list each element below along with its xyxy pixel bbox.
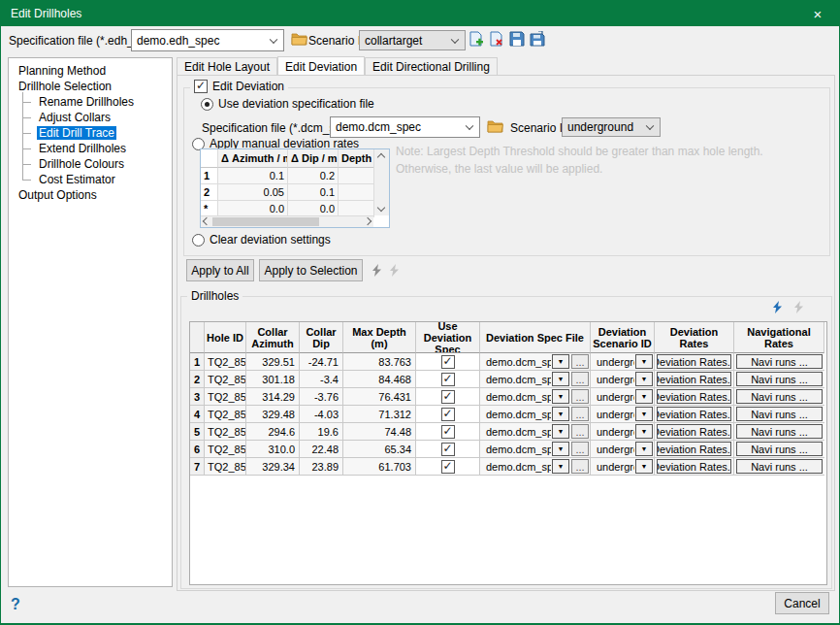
sidebar-item-edit-drill-trace[interactable]: Edit Drill Trace [9,125,172,141]
manual-table-row[interactable]: 10.10.2 [201,168,389,184]
spec-file-browse-button[interactable]: ... [571,459,589,474]
edit-deviation-checkbox[interactable]: ✓ [194,80,208,93]
cancel-button[interactable]: Cancel [775,592,829,614]
scenario-dropdown-button[interactable]: ▼ [635,389,653,404]
revert-flash-icon[interactable] [792,301,804,313]
tab-edit-deviation[interactable]: Edit Deviation [277,56,365,75]
apply-flash-icon[interactable] [371,264,382,277]
spec-file-combobox[interactable]: demo.edh_spec [131,29,284,51]
scenario-dropdown-button[interactable]: ▼ [635,424,653,439]
max-depth-cell[interactable]: 83.763 [343,353,416,371]
collar-dip-cell[interactable]: -3.76 [300,388,343,406]
collar-azimuth-cell[interactable]: 301.18 [246,371,300,388]
deviation-rates-button[interactable]: Deviation Rates... [657,407,731,421]
use-deviation-spec-checkbox[interactable]: ✓ [441,408,455,421]
collar-dip-cell[interactable]: -3.4 [300,371,343,388]
collar-dip-cell[interactable]: 22.48 [300,441,343,458]
collar-azimuth-cell[interactable]: 329.34 [246,458,300,476]
deviation-spec-file-value[interactable]: demo.dcm_spec [483,391,551,403]
navi-runs-button[interactable]: Navi runs ... [736,389,822,404]
dip-cell[interactable]: 0.1 [288,184,339,201]
revert-flash-icon[interactable] [388,264,400,277]
deviation-spec-file-value[interactable]: demo.dcm_spec [483,426,551,438]
save-icon[interactable] [509,31,526,47]
depth-cell[interactable] [339,168,374,184]
deviation-rates-button[interactable]: Deviation Rates... [657,354,731,369]
deviation-spec-file-value[interactable]: demo.dcm_spec [483,461,551,473]
scroll-down-icon[interactable] [377,204,385,212]
max-depth-cell[interactable]: 84.468 [343,371,416,388]
navi-runs-button[interactable]: Navi runs ... [736,407,822,421]
depth-cell[interactable] [339,184,374,201]
sidebar-item-output-options[interactable]: Output Options [9,187,172,203]
max-depth-cell[interactable]: 61.703 [343,458,416,476]
deviation-scenario-value[interactable]: underground [594,444,634,455]
use-deviation-spec-checkbox[interactable]: ✓ [441,443,455,456]
save-as-icon[interactable] [530,31,546,47]
vertical-scrollbar[interactable] [373,149,389,215]
sidebar-item-adjust-collars[interactable]: Adjust Collars [9,110,172,125]
spec-file-browse-button[interactable]: ... [571,354,589,369]
close-icon[interactable]: × [796,1,839,26]
drillholes-table[interactable]: Hole IDCollar AzimuthCollar DipMax Depth… [189,321,827,585]
collar-azimuth-cell[interactable]: 310.0 [246,441,300,458]
folder-icon[interactable] [291,32,307,48]
deviation-spec-file-value[interactable]: demo.dcm_spec [483,374,551,385]
hole-id-cell[interactable]: TQ2_851_1 [205,423,246,441]
hole-id-cell[interactable]: TQ2_851_1 [205,388,246,406]
spec-file-dropdown-button[interactable]: ▼ [552,442,569,456]
sidebar-item-drillhole-colours[interactable]: Drillhole Colours [9,156,172,172]
azimuth-cell[interactable]: 0.1 [218,168,288,184]
hole-id-cell[interactable]: TQ2_851_1 [205,458,246,476]
navi-runs-button[interactable]: Navi runs ... [736,372,822,386]
dip-cell[interactable]: 0.2 [288,168,339,184]
navi-runs-button[interactable]: Navi runs ... [736,459,822,474]
use-deviation-spec-checkbox[interactable]: ✓ [441,355,455,369]
hole-id-cell[interactable]: TQ2_851_1 [205,441,246,458]
use-deviation-spec-checkbox[interactable]: ✓ [441,460,455,474]
apply-flash-icon-blue[interactable] [771,301,783,313]
spec-file-browse-button[interactable]: ... [571,424,589,439]
collar-dip-cell[interactable]: 19.6 [300,423,343,441]
navi-runs-button[interactable]: Navi runs ... [736,354,822,369]
spec-file-dropdown-button[interactable]: ▼ [552,389,569,404]
dcm-spec-combobox[interactable]: demo.dcm_spec [330,116,480,138]
deviation-rates-button[interactable]: Deviation Rates... [657,442,731,456]
apply-to-all-button[interactable]: Apply to All [186,259,254,281]
sidebar-item-extend-drillholes[interactable]: Extend Drillholes [9,141,172,156]
use-deviation-spec-checkbox[interactable]: ✓ [441,390,455,404]
collar-dip-cell[interactable]: -4.03 [300,406,343,423]
spec-file-dropdown-button[interactable]: ▼ [552,407,569,421]
sidebar-item-planning-method[interactable]: Planning Method [9,63,172,79]
scenario-dropdown-button[interactable]: ▼ [635,372,653,386]
spec-file-dropdown-button[interactable]: ▼ [552,372,569,386]
scenario-dropdown-button[interactable]: ▼ [635,407,653,421]
scenario-id-combobox[interactable]: collartarget [359,30,466,50]
use-deviation-spec-radio[interactable] [201,98,213,111]
hole-id-cell[interactable]: TQ2_851_1 [205,353,246,371]
deviation-spec-file-value[interactable]: demo.dcm_spec [483,444,551,455]
tab-edit-hole-layout[interactable]: Edit Hole Layout [177,57,277,75]
collar-azimuth-cell[interactable]: 294.6 [246,423,300,441]
spec-file-browse-button[interactable]: ... [571,442,589,456]
use-deviation-spec-checkbox[interactable]: ✓ [441,425,455,439]
hole-id-cell[interactable]: TQ2_851_1 [205,406,246,423]
scroll-left-icon[interactable] [203,217,210,225]
max-depth-cell[interactable]: 76.431 [343,388,416,406]
spec-file-dropdown-button[interactable]: ▼ [552,354,569,369]
deviation-spec-file-value[interactable]: demo.dcm_spec [483,409,551,420]
collar-azimuth-cell[interactable]: 329.48 [246,406,300,423]
deviation-rates-button[interactable]: Deviation Rates... [657,372,731,386]
scrollbar-thumb[interactable] [212,217,319,226]
scenario-dropdown-button[interactable]: ▼ [635,442,653,456]
spec-file-dropdown-button[interactable]: ▼ [552,424,569,439]
clear-deviation-radio[interactable] [192,234,205,247]
sidebar-item-cost-estimator[interactable]: Cost Estimator [9,172,172,187]
help-icon[interactable]: ? [11,596,20,613]
deviation-rates-button[interactable]: Deviation Rates... [657,424,731,439]
collar-dip-cell[interactable]: 23.89 [300,458,343,476]
collar-azimuth-cell[interactable]: 314.29 [246,388,300,406]
manual-deviation-table[interactable]: Δ Azimuth / mΔ Dip / mDepth Th 10.10.220… [200,148,390,228]
spec-file-dropdown-button[interactable]: ▼ [552,459,569,474]
manual-table-row[interactable]: 20.050.1 [201,184,389,201]
